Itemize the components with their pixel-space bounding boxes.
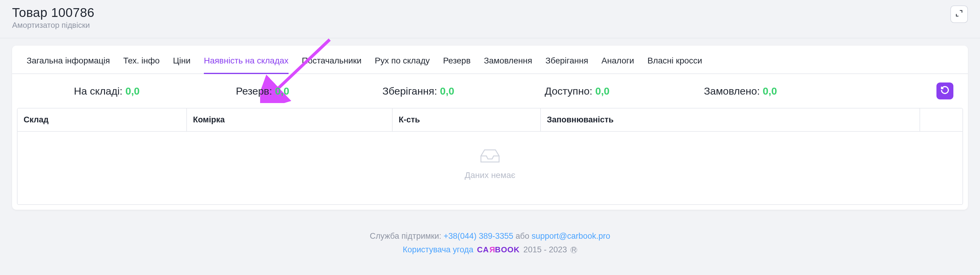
tab-prices[interactable]: Ціни — [173, 56, 191, 74]
col-cell: Комірка — [187, 109, 393, 132]
stat-value: 0,0 — [440, 85, 454, 97]
footer-row2: Користувача угода CARBOOK 2015 - 2023 R — [0, 245, 980, 254]
stat-label: Доступно: — [545, 85, 595, 97]
stat-value: 0,0 — [275, 85, 289, 97]
stats-row: На складі: 0,0 Резерв: 0,0 Зберігання: 0… — [12, 74, 968, 108]
tab-stock-movement[interactable]: Рух по складу — [375, 56, 430, 74]
tab-general-info[interactable]: Загальна інформація — [27, 56, 110, 74]
stat-label: Зберігання: — [382, 85, 440, 97]
inbox-icon — [18, 147, 963, 165]
page-title: Товар 100786 — [12, 5, 94, 20]
stat-value: 0,0 — [125, 85, 140, 97]
support-or: або — [516, 231, 532, 240]
empty-text: Даних немає — [18, 171, 963, 180]
stat-value: 0,0 — [595, 85, 609, 97]
tab-reserve[interactable]: Резерв — [443, 56, 471, 74]
tab-own-crosses[interactable]: Власні кросси — [647, 56, 702, 74]
stat-available: Доступно: 0,0 — [498, 85, 656, 97]
header-title-block: Товар 100786 Амортизатор підвіски — [12, 5, 94, 30]
stat-in-stock: На складі: 0,0 — [27, 85, 187, 97]
stat-storage: Зберігання: 0,0 — [338, 85, 498, 97]
col-qty: К-сть — [393, 109, 541, 132]
refresh-icon — [940, 85, 950, 97]
col-warehouse: Склад — [18, 109, 187, 132]
tab-storage[interactable]: Зберігання — [545, 56, 588, 74]
page-header: Товар 100786 Амортизатор підвіски — [0, 0, 980, 38]
tab-analogs[interactable]: Аналоги — [601, 56, 634, 74]
col-fill: Заповнюваність — [541, 109, 920, 132]
tab-tech-info[interactable]: Тех. інфо — [123, 56, 160, 74]
page-subtitle: Амортизатор підвіски — [12, 21, 94, 30]
footer: Служба підтримки: +38(044) 389-3355 або … — [0, 217, 980, 264]
tab-orders[interactable]: Замовлення — [484, 56, 532, 74]
stat-value: 0,0 — [763, 85, 777, 97]
main-panel: Загальна інформація Тех. інфо Ціни Наявн… — [12, 46, 968, 210]
header-actions — [950, 5, 968, 23]
empty-state: Даних немає — [18, 132, 963, 204]
stat-label: На складі: — [74, 85, 125, 97]
registered-icon: R — [570, 247, 577, 253]
stat-label: Замовлено: — [704, 85, 762, 97]
support-phone-link[interactable]: +38(044) 389-3355 — [444, 231, 513, 240]
support-label: Служба підтримки: — [370, 231, 444, 240]
fullscreen-button[interactable] — [950, 5, 968, 23]
footer-support-line: Служба підтримки: +38(044) 389-3355 або … — [0, 231, 980, 241]
brand-logo: CARBOOK — [477, 245, 520, 254]
stat-label: Резерв: — [236, 85, 275, 97]
tab-stock-availability[interactable]: Наявність на складах — [204, 56, 288, 74]
tabs: Загальна інформація Тех. інфо Ціни Наявн… — [12, 46, 968, 74]
fullscreen-icon — [955, 9, 963, 20]
footer-years: 2015 - 2023 — [523, 245, 567, 254]
table-header: Склад Комірка К-сть Заповнюваність — [18, 109, 963, 132]
refresh-button[interactable] — [937, 82, 953, 100]
tab-suppliers[interactable]: Постачальники — [302, 56, 361, 74]
stat-ordered: Замовлено: 0,0 — [656, 85, 825, 97]
col-actions — [920, 109, 963, 132]
stock-table: Склад Комірка К-сть Заповнюваність Даних… — [17, 108, 963, 205]
stat-reserve: Резерв: 0,0 — [187, 85, 338, 97]
support-email-link[interactable]: support@carbook.pro — [532, 231, 610, 240]
user-agreement-link[interactable]: Користувача угода — [403, 245, 474, 254]
